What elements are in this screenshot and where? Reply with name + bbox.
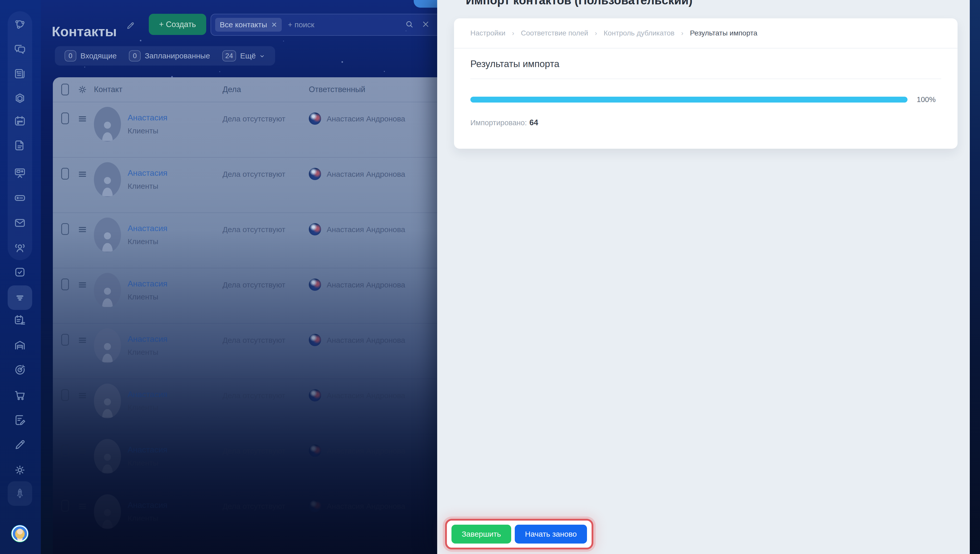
- table-row[interactable]: Анастасия Клиенты Дела отсутствуют Анаст…: [53, 213, 437, 268]
- imported-label: Импортировано:: [470, 119, 527, 127]
- table-row[interactable]: Анастасия Клиенты Дела отсутствуют Анаст…: [53, 379, 437, 435]
- sidebar: [0, 0, 41, 554]
- sidebar-item-warehouse-icon[interactable]: [13, 339, 27, 352]
- contact-name-link[interactable]: Анастасия: [127, 500, 167, 510]
- sidebar-item-settings-gear-icon[interactable]: [13, 463, 27, 477]
- tab-запланированные[interactable]: 0Запланированные: [129, 50, 210, 62]
- contact-name-link[interactable]: Анастасия: [127, 224, 167, 233]
- edit-title-pencil-icon[interactable]: [126, 21, 135, 30]
- contact-name-link[interactable]: Анастасия: [127, 168, 167, 178]
- table-row[interactable]: Анастасия Клиенты Дела отсутствуют Анаст…: [53, 102, 437, 158]
- table-row[interactable]: Анастасия Клиенты Дела отсутствуют Анаст…: [53, 490, 437, 545]
- sidebar-item-calendar-tasks-icon[interactable]: [13, 314, 27, 327]
- row-checkbox[interactable]: [61, 279, 69, 290]
- drag-handle-icon[interactable]: [77, 113, 88, 124]
- drag-handle-icon[interactable]: [77, 335, 88, 345]
- tab-count-badge: 0: [65, 50, 76, 62]
- create-button[interactable]: + Создать: [149, 14, 206, 35]
- row-checkbox[interactable]: [61, 444, 69, 456]
- breadcrumb-step-2[interactable]: Соответствие полей: [521, 29, 588, 37]
- tab-count-badge: 0: [129, 50, 140, 62]
- sidebar-item-news-feed-icon[interactable]: [13, 67, 27, 80]
- import-progress-fill: [470, 97, 908, 102]
- column-header-contact[interactable]: Контакт: [94, 85, 223, 94]
- tab-ещё[interactable]: 24Ещё: [222, 50, 265, 62]
- drag-handle-icon[interactable]: [77, 501, 88, 512]
- contact-name-link[interactable]: Анастасия: [127, 390, 167, 399]
- sidebar-item-hexagon-deals-icon[interactable]: [13, 92, 27, 105]
- breadcrumb-separator: ›: [681, 29, 684, 37]
- filter-chip-all-contacts[interactable]: Все контакты ✕: [215, 18, 282, 32]
- drag-handle-icon[interactable]: [77, 390, 88, 401]
- chip-close-icon[interactable]: ✕: [271, 21, 277, 29]
- sidebar-item-pencil-edit-icon[interactable]: [13, 438, 27, 452]
- drag-handle-icon[interactable]: [77, 446, 88, 456]
- drag-handle-icon[interactable]: [77, 280, 88, 290]
- table-row[interactable]: Анастасия Клиенты Дела отсутствуют Анаст…: [53, 158, 437, 213]
- table-row[interactable]: Анастасия Клиенты Дела отсутствуют Анаст…: [53, 268, 437, 324]
- table-header-row: Контакт Дела Ответственный: [53, 77, 437, 102]
- search-bar[interactable]: Все контакты ✕ + поиск: [210, 14, 437, 36]
- sidebar-item-presentation-board-icon[interactable]: [13, 166, 27, 180]
- tab-входящие[interactable]: 0Входящие: [65, 50, 116, 62]
- page-title: Контакты: [52, 24, 117, 39]
- sidebar-item-calendar-icon[interactable]: [13, 115, 27, 128]
- task-filter-tabs: 0Входящие0Запланированные24Ещё: [55, 46, 275, 65]
- drag-handle-icon[interactable]: [77, 169, 88, 180]
- sidebar-item-shopping-cart-icon[interactable]: [13, 388, 27, 401]
- contact-group-label: Клиенты: [127, 126, 167, 135]
- table-row[interactable]: Анастасия Клиенты Дела отсутствуют Анаст…: [53, 435, 437, 490]
- breadcrumb-step-3[interactable]: Контроль дубликатов: [604, 29, 674, 37]
- contact-avatar-placeholder: [94, 494, 121, 529]
- responsible-avatar: [309, 168, 321, 180]
- responsible-name: Анастасия Андронова: [327, 336, 405, 346]
- tasks-status: Дела отсутствуют: [223, 391, 309, 400]
- row-checkbox[interactable]: [61, 168, 69, 180]
- responsible-name: Анастасия Андронова: [327, 225, 405, 236]
- contact-name-link[interactable]: Анастасия: [127, 334, 167, 344]
- column-header-responsible[interactable]: Ответственный: [309, 85, 437, 94]
- sidebar-item-documents-icon[interactable]: [13, 139, 27, 152]
- sidebar-item-storage-box-icon[interactable]: [13, 191, 27, 205]
- contact-name-link[interactable]: Анастасия: [127, 279, 167, 288]
- sidebar-item-document-edit-icon[interactable]: [13, 414, 27, 427]
- contact-name-link[interactable]: Анастасия: [127, 113, 167, 123]
- restart-button[interactable]: Начать заново: [515, 525, 587, 544]
- finish-button[interactable]: Завершить: [451, 525, 511, 544]
- table-settings-gear-icon[interactable]: [77, 84, 88, 95]
- contact-avatar-placeholder: [94, 218, 121, 252]
- import-results-card: Настройки›Соответствие полей›Контроль ду…: [454, 18, 958, 149]
- row-checkbox[interactable]: [61, 223, 69, 235]
- responsible-name: Анастасия Андронова: [327, 502, 405, 512]
- select-all-checkbox[interactable]: [61, 84, 69, 96]
- row-checkbox[interactable]: [61, 113, 69, 124]
- filter-chip-label: Все контакты: [220, 21, 267, 29]
- contact-name-link[interactable]: Анастасия: [127, 445, 167, 455]
- sidebar-item-tasks-check-icon[interactable]: [13, 266, 27, 279]
- sidebar-item-goal-target-icon[interactable]: [13, 363, 27, 376]
- contact-group-label: Клиенты: [127, 182, 167, 191]
- starfield-decoration: [41, 0, 41, 0]
- search-clear-icon[interactable]: [421, 19, 430, 30]
- sidebar-item-rocket-icon[interactable]: [13, 487, 27, 500]
- breadcrumb-step-1[interactable]: Настройки: [470, 29, 505, 37]
- contacts-table: Контакт Дела Ответственный Анастасия Кли…: [53, 77, 437, 554]
- sidebar-item-chats-icon[interactable]: [13, 43, 27, 56]
- row-checkbox[interactable]: [61, 334, 69, 345]
- contact-avatar-placeholder: [94, 328, 121, 363]
- row-checkbox[interactable]: [61, 389, 69, 401]
- responsible-name: Анастасия Андронова: [327, 391, 405, 401]
- sidebar-item-filter-lists-icon[interactable]: [13, 291, 27, 304]
- drag-handle-icon[interactable]: [77, 224, 88, 235]
- user-avatar[interactable]: [11, 525, 29, 542]
- column-header-tasks[interactable]: Дела: [223, 85, 309, 94]
- sidebar-item-mail-icon[interactable]: [13, 216, 27, 229]
- progress-percent-label: 100%: [917, 96, 941, 104]
- table-row[interactable]: Анастасия Клиенты Дела отсутствуют Анаст…: [53, 324, 437, 379]
- sidebar-item-team-users-icon[interactable]: [13, 242, 27, 255]
- tasks-status: Дела отсутствуют: [223, 447, 309, 455]
- tab-label: Ещё: [240, 51, 265, 60]
- row-checkbox[interactable]: [61, 500, 69, 512]
- search-icon[interactable]: [405, 19, 414, 30]
- sidebar-item-share-network-icon[interactable]: [13, 18, 27, 31]
